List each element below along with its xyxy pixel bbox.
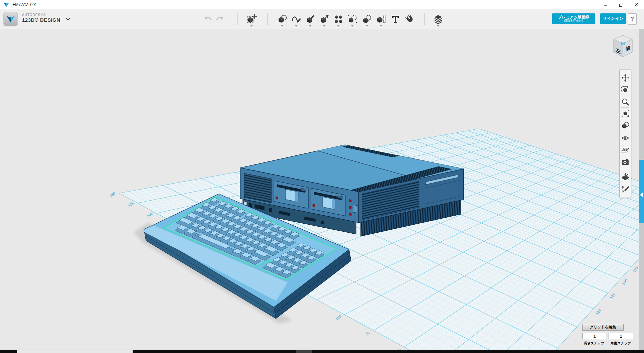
taskbar-sliver xyxy=(0,350,644,353)
camera-icon xyxy=(621,158,629,166)
palette-divider xyxy=(621,107,629,108)
taskbar-light-segment xyxy=(17,350,133,353)
modify-tool-button[interactable] xyxy=(319,13,330,25)
close-button[interactable] xyxy=(629,0,644,9)
drawer-expand-arrow-icon[interactable] xyxy=(640,193,643,197)
palette-divider xyxy=(621,169,629,169)
length-snap-label: 長さスナップ xyxy=(584,341,604,346)
document-title: FM77AV_001 xyxy=(13,2,37,7)
app-window: { "window": { "title": "FM77AV_001" }, "… xyxy=(0,0,644,353)
measure-tool-button[interactable] xyxy=(375,13,387,25)
brand-product: 123D® DESIGN xyxy=(22,17,60,23)
construct-icon xyxy=(305,14,316,24)
snap-tool-button[interactable] xyxy=(404,13,416,25)
scene-canvas[interactable]: 3503253001007550100125150175 xyxy=(0,0,644,353)
modify-icon xyxy=(319,14,330,24)
material-icon xyxy=(433,14,444,24)
restore-button[interactable] xyxy=(613,0,629,9)
undo-icon xyxy=(204,14,213,24)
titlebar: FM77AV_001 xyxy=(0,0,644,10)
view-tool-palette xyxy=(619,70,631,198)
fit-view-icon xyxy=(621,109,629,117)
svg-text:300: 300 xyxy=(146,212,153,218)
length-snap-input[interactable] xyxy=(582,333,607,339)
brand-autodesk: AUTODESK® xyxy=(22,13,46,17)
toolbar-separator xyxy=(267,13,268,25)
viewcube[interactable]: 左 前 xyxy=(609,34,636,60)
redo-button[interactable] xyxy=(214,13,225,25)
snap-surface-tool[interactable] xyxy=(621,173,629,181)
svg-text:100: 100 xyxy=(335,314,342,321)
screenshot-tool[interactable] xyxy=(621,158,629,166)
show-hide-tool[interactable] xyxy=(621,134,629,142)
pan-tool[interactable] xyxy=(621,74,629,82)
svg-text:350: 350 xyxy=(109,191,116,198)
grid-eye-icon xyxy=(621,146,629,154)
svg-text:325: 325 xyxy=(127,201,134,208)
construct-tool-button[interactable] xyxy=(305,13,316,25)
main-toolbar: AUTODESK® 123D® DESIGN xyxy=(0,9,644,29)
pan-icon xyxy=(621,74,629,82)
123d-logo-icon xyxy=(6,14,16,24)
grid-visibility-tool[interactable] xyxy=(621,146,629,154)
sketch-icon xyxy=(291,14,302,24)
orbit-tool[interactable] xyxy=(621,86,629,94)
sketch-hidden-icon xyxy=(621,185,629,193)
grouping-tool-button[interactable] xyxy=(347,13,358,25)
orbit-icon xyxy=(621,86,629,94)
combine-tool-button[interactable] xyxy=(361,13,373,25)
snap-icon xyxy=(405,14,415,24)
toolbar-separator xyxy=(237,13,238,25)
measure-icon xyxy=(376,14,386,24)
svg-text:150: 150 xyxy=(621,278,628,285)
svg-text:175: 175 xyxy=(632,266,639,273)
text-icon xyxy=(390,14,401,24)
parts-drawer-strip xyxy=(639,29,644,350)
sign-in-button[interactable]: サインイン xyxy=(600,13,626,24)
primitives-icon xyxy=(277,14,288,24)
grouping-icon xyxy=(347,14,358,24)
edit-grid-button[interactable]: グリッドを編集 xyxy=(582,324,624,331)
app-menu-button[interactable] xyxy=(3,12,18,26)
menu-chevron-icon[interactable] xyxy=(65,17,71,21)
transform-icon xyxy=(246,14,257,24)
minimize-button[interactable] xyxy=(598,0,613,9)
parts-drawer-handle[interactable] xyxy=(639,160,644,223)
sketch-visibility-tool[interactable] xyxy=(621,185,629,193)
sketch-tool-button[interactable] xyxy=(291,13,302,25)
transform-tool-button[interactable] xyxy=(246,13,257,25)
svg-text:125: 125 xyxy=(609,292,616,300)
svg-text:100: 100 xyxy=(595,308,602,316)
grid-settings-panel: グリッドを編集 長さスナップ 角度スナップ xyxy=(581,323,635,348)
magnet-box-icon xyxy=(621,173,629,181)
primitives-tool-button[interactable] xyxy=(277,13,288,25)
fit-view-tool[interactable] xyxy=(621,109,629,117)
shading-tool[interactable] xyxy=(621,121,629,129)
eye-icon xyxy=(621,134,629,142)
combine-icon xyxy=(362,14,372,24)
undo-button[interactable] xyxy=(203,13,214,25)
material-tool-button[interactable] xyxy=(433,13,444,25)
text-tool-button[interactable] xyxy=(390,13,401,25)
svg-text:75: 75 xyxy=(365,331,370,337)
zoom-icon xyxy=(621,98,629,106)
shading-icon xyxy=(621,121,629,129)
pattern-icon xyxy=(333,14,344,24)
app-icon xyxy=(3,2,9,8)
angle-snap-input[interactable] xyxy=(609,333,633,339)
help-button[interactable]: ? xyxy=(628,13,637,25)
angle-snap-label: 角度スナップ xyxy=(611,341,631,346)
pattern-tool-button[interactable] xyxy=(333,13,344,25)
premium-signup-button[interactable]: プレミアム版登録 (商業利用向け) xyxy=(552,13,595,24)
toolbar-separator xyxy=(424,13,425,25)
taskbar-gray-segment xyxy=(296,350,312,353)
zoom-tool[interactable] xyxy=(621,98,629,106)
redo-icon xyxy=(215,14,224,24)
